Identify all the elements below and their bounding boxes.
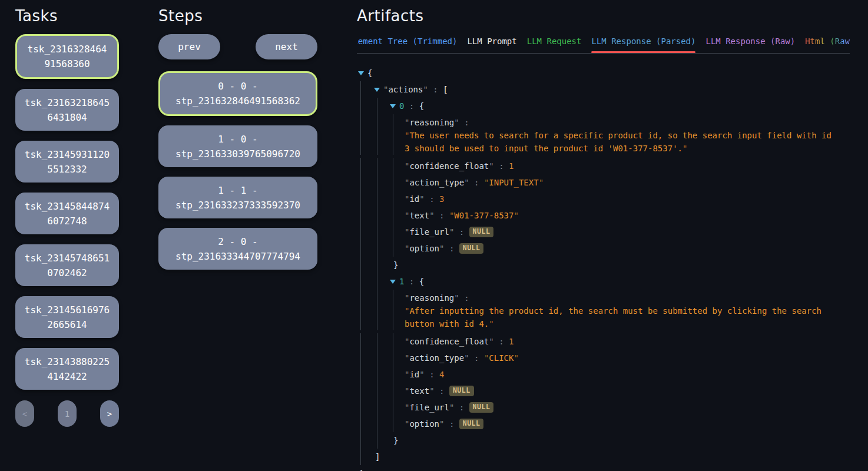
json-token: 1 [509,161,513,171]
json-token: : [459,293,474,303]
collapse-arrow-icon[interactable] [390,280,396,284]
indent-guide [393,158,393,174]
indent-guide [393,333,393,350]
indent-guide [360,273,361,290]
json-token: : [435,386,449,396]
indent-guide [393,129,393,155]
indent-guide [393,191,393,207]
indent-guide [393,304,393,330]
next-page-button[interactable]: > [100,400,119,427]
tab-llm-request[interactable]: LLM Request [527,34,582,53]
indent-guide [393,207,393,224]
json-key: id [409,194,419,204]
json-line: "confidence_float" : 1 [357,333,850,350]
json-token: " [489,161,493,171]
json-token: : [469,178,484,187]
task-item[interactable]: tsk_231458448746072748 [15,193,119,234]
tab-llm-response-parsed[interactable]: LLM Response (Parsed) [591,34,695,53]
json-key: actions [388,85,423,94]
json-key: confidence_float [409,161,489,171]
indent-guide [360,174,361,191]
task-item[interactable]: tsk_231457486510702462 [15,244,119,286]
json-line: } [357,432,850,449]
task-item[interactable]: tsk_231632846491568360 [15,34,119,79]
json-key: option [409,419,439,429]
indent-guide [377,366,377,383]
artifacts-panel: Artifacts Element Tree (Trimmed)LLM Prom… [357,7,850,471]
indent-guide [360,304,361,330]
json-line: } [357,465,850,471]
steps-panel: Steps prev next 0 - 0 - stp_231632846491… [158,7,317,270]
collapse-arrow-icon[interactable] [390,104,396,108]
step-item[interactable]: 0 - 0 - stp_231632846491568362 [158,71,317,116]
json-token: The user needs to search for a specific … [405,131,831,153]
json-token: : [435,211,449,220]
json-key: reasoning [409,118,454,127]
step-item[interactable]: 2 - 0 - stp_231633344707774794 [158,228,317,270]
indent-guide [360,350,361,366]
json-line: "actions" : [ [357,81,850,98]
collapse-arrow-icon[interactable] [358,71,364,75]
indent-guide [360,290,361,306]
current-page-button[interactable]: 1 [58,400,77,427]
json-key: action_type [409,353,464,363]
steps-title: Steps [158,7,317,25]
indent-guide [360,257,361,273]
json-token: ] [375,452,380,462]
task-item[interactable]: tsk_231456169762665614 [15,296,119,338]
json-token: " [419,194,424,204]
tab-llm-prompt[interactable]: LLM Prompt [467,34,516,53]
indent-guide [377,224,377,240]
json-token: : [428,85,443,94]
indent-guide [377,432,377,449]
json-line: ] [357,449,850,465]
task-item[interactable]: tsk_231632186456431804 [15,89,119,131]
indent-guide [377,240,377,257]
task-list: tsk_231632846491568360tsk_23163218645643… [15,34,119,390]
json-token: " [464,353,469,363]
task-item[interactable]: tsk_231459311205512332 [15,141,119,183]
json-token: " [454,293,459,303]
indent-guide [377,158,377,174]
step-item[interactable]: 1 - 1 - stp_231633237333592370 [158,177,317,218]
null-badge: NULL [449,386,474,396]
null-badge: NULL [469,402,494,413]
step-item[interactable]: 1 - 0 - stp_231633039765096720 [158,125,317,167]
json-key: id [409,370,419,379]
task-item[interactable]: tsk_231438802254142422 [15,348,119,390]
indent-guide [360,449,361,465]
indent-guide [393,399,393,416]
prev-page-button[interactable]: < [15,400,34,427]
json-line: { [357,65,850,81]
json-token: " [429,211,434,220]
tab-html-raw[interactable]: Html (Raw) [805,34,850,53]
tab-element-tree-trimmed[interactable]: Element Tree (Trimmed) [357,34,457,53]
indent-guide [393,350,393,366]
prev-step-button[interactable]: prev [158,34,220,59]
indent-guide [360,383,361,399]
json-token: " [454,118,459,127]
json-token: W01-377-8537 [454,211,513,220]
json-line: "option" : NULL [357,416,850,432]
artifact-tabbar: Element Tree (Trimmed)LLM PromptLLM Requ… [357,34,850,54]
json-token: : [425,194,439,204]
json-token: : [469,353,484,363]
json-token: " [429,386,434,396]
json-token: " [513,211,518,220]
json-line: "file_url" : NULL [357,399,850,416]
next-step-button[interactable]: next [256,34,317,59]
indent-guide [377,174,377,191]
json-token: : [454,227,469,237]
json-line: "reasoning" : [357,290,850,306]
json-token: : [404,277,419,286]
json-token: } [393,260,398,270]
collapse-arrow-icon[interactable] [374,88,380,92]
json-line: 0 : { [357,98,850,114]
json-token: 1 [509,337,513,346]
json-token: } [393,436,398,445]
tab-llm-response-raw[interactable]: LLM Response (Raw) [705,34,795,53]
indent-guide [377,383,377,399]
json-token: : [444,419,459,429]
json-line: "confidence_float" : 1 [357,158,850,174]
indent-guide [393,416,393,432]
